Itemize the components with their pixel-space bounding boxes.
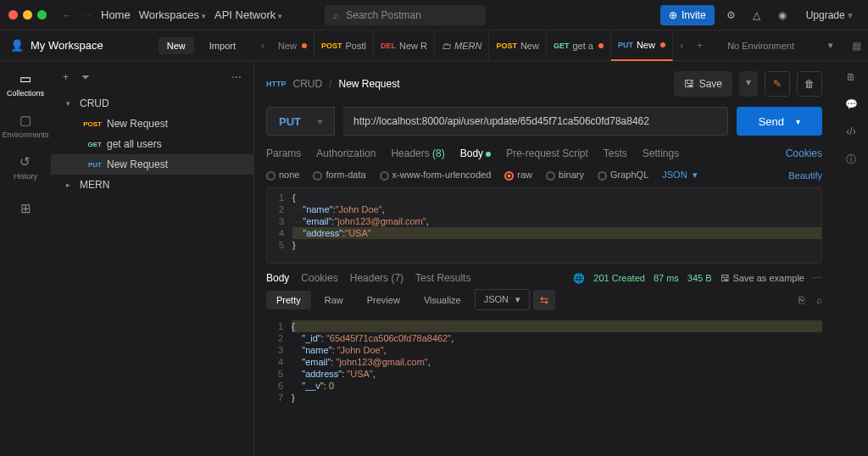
tab-post2[interactable]: POSTNew <box>489 31 547 61</box>
forward-icon[interactable]: → <box>82 9 92 21</box>
more-icon[interactable]: ⋯ <box>231 71 242 83</box>
search-resp-icon[interactable]: ⌕ <box>816 294 822 306</box>
rail-history[interactable]: ↺History <box>14 154 37 181</box>
resp-tab-headers[interactable]: Headers (7) <box>350 272 403 284</box>
env-quicklook-icon[interactable]: ▦ <box>845 40 868 52</box>
tab-headers[interactable]: Headers (8) <box>391 147 444 159</box>
resp-tab-cookies[interactable]: Cookies <box>301 272 337 284</box>
save-icon: 🖫 <box>721 273 730 283</box>
api-network-menu[interactable]: API Network▾ <box>214 8 282 21</box>
grid-icon: ⊞ <box>20 201 31 216</box>
resp-tab-body[interactable]: Body <box>266 272 289 284</box>
tab-get[interactable]: GETget a <box>547 31 611 61</box>
tab-scroll-left[interactable]: ‹ <box>254 40 271 52</box>
save-example[interactable]: 🖫Save as example <box>721 273 804 283</box>
tab-settings[interactable]: Settings <box>643 147 679 159</box>
resp-status: 201 Created <box>593 273 645 283</box>
notifications-icon[interactable]: △ <box>748 9 765 21</box>
upgrade-button[interactable]: Upgrade ▾ <box>799 5 860 25</box>
send-button[interactable]: Send▾ <box>737 107 822 136</box>
home-link[interactable]: Home <box>101 8 131 21</box>
cookies-link[interactable]: Cookies <box>786 147 822 159</box>
rail-collections[interactable]: ▭Collections <box>7 71 44 97</box>
wrap-toggle[interactable]: ⇆ <box>533 290 555 310</box>
response-body[interactable]: 1{ 2 "_id": "65d45f71ca506c0fd78a8462", … <box>266 317 822 407</box>
req-put-new[interactable]: PUTNew Request <box>51 154 253 175</box>
new-button[interactable]: New <box>159 37 194 54</box>
import-button[interactable]: Import <box>201 37 244 54</box>
body-type-radios: none form-data x-www-form-urlencoded raw… <box>254 163 834 187</box>
request-name[interactable]: New Request <box>339 78 400 90</box>
opt-formdata[interactable]: form-data <box>313 170 365 181</box>
tab-tests[interactable]: Tests <box>604 147 627 159</box>
beautify-link[interactable]: Beautify <box>788 170 822 181</box>
opt-binary[interactable]: binary <box>546 170 584 181</box>
person-icon: 👤 <box>10 39 24 52</box>
workspaces-menu[interactable]: Workspaces▾ <box>139 8 206 21</box>
opt-graphql[interactable]: GraphQL <box>598 170 648 181</box>
opt-raw[interactable]: raw <box>504 170 532 181</box>
view-visualize[interactable]: Visualize <box>414 291 471 309</box>
history-icon: ↺ <box>19 154 31 170</box>
opt-urlencoded[interactable]: x-www-form-urlencoded <box>380 170 492 181</box>
tab-post[interactable]: POSTPostl <box>314 31 374 61</box>
resp-time: 87 ms <box>654 273 679 283</box>
view-raw[interactable]: Raw <box>314 291 353 309</box>
view-pretty[interactable]: Pretty <box>266 291 311 309</box>
req-get-users[interactable]: GETget all users <box>51 134 253 154</box>
comments-icon[interactable]: 💬 <box>845 98 858 110</box>
new-tab[interactable]: + <box>690 40 709 52</box>
resp-tab-tests[interactable]: Test Results <box>415 272 470 284</box>
tab-body[interactable]: Body <box>460 147 491 159</box>
add-icon[interactable]: + <box>63 71 69 83</box>
copy-icon[interactable]: ⎘ <box>798 294 804 306</box>
code-icon[interactable]: ‹/› <box>846 125 855 137</box>
tab-new[interactable]: New <box>271 31 314 61</box>
tab-auth[interactable]: Authorization <box>316 147 376 159</box>
tab-put-active[interactable]: PUTNew <box>611 31 673 61</box>
method-select[interactable]: PUT▾ <box>266 107 335 136</box>
save-dropdown[interactable]: ▾ <box>739 71 758 97</box>
person-add-icon: ⊕ <box>669 9 677 21</box>
breadcrumb: HTTP CRUD / New Request 🖫Save ▾ ✎ 🗑 <box>254 61 834 107</box>
docs-icon[interactable]: 🗎 <box>846 71 856 83</box>
raw-type-select[interactable]: JSON ▾ <box>662 170 697 181</box>
tab-mern[interactable]: 🗀MERN <box>435 31 489 61</box>
more-icon[interactable]: ⋯ <box>813 273 822 284</box>
url-input[interactable]: http://localhost:8000/api/user/update/65… <box>343 107 728 136</box>
filter-icon[interactable]: ⏷ <box>81 71 91 83</box>
tab-del[interactable]: DELNew R <box>374 31 435 61</box>
back-icon[interactable]: ← <box>62 9 72 21</box>
edit-icon[interactable]: ✎ <box>765 71 790 97</box>
sidebar: + ⏷ ⋯ ▾CRUD POSTNew Request GETget all u… <box>51 61 254 456</box>
delete-icon[interactable]: 🗑 <box>797 71 822 97</box>
tab-params[interactable]: Params <box>266 147 301 159</box>
chevron-down-icon: ▾ <box>66 99 75 108</box>
req-post-new[interactable]: POSTNew Request <box>51 114 253 134</box>
right-rail: 🗎 💬 ‹/› ⓘ <box>834 61 868 456</box>
tab-scroll-right[interactable]: › <box>673 40 690 52</box>
bot-icon[interactable]: ◉ <box>774 9 791 21</box>
tab-menu[interactable]: ▾ <box>709 40 715 52</box>
rail-more[interactable]: ⊞ <box>20 201 31 216</box>
save-icon: 🖫 <box>684 78 694 90</box>
global-search[interactable]: ⌕ Search Postman <box>325 5 486 25</box>
rail-environments[interactable]: ▢Environments <box>2 113 48 139</box>
tab-prescript[interactable]: Pre-request Script <box>506 147 588 159</box>
left-rail: ▭Collections ▢Environments ↺History ⊞ <box>0 61 51 456</box>
settings-icon[interactable]: ⚙ <box>723 9 740 21</box>
globe-icon[interactable]: 🌐 <box>573 273 585 284</box>
info-icon[interactable]: ⓘ <box>846 153 856 167</box>
resp-type-select[interactable]: JSON▾ <box>475 289 530 310</box>
request-body-editor[interactable]: 1{ 2····"name":"John Doe", 3····"email":… <box>266 187 822 264</box>
window-traffic-lights[interactable] <box>8 10 47 19</box>
invite-button[interactable]: ⊕ Invite <box>660 5 715 25</box>
folder-mern[interactable]: ▸MERN <box>51 175 253 195</box>
environment-selector[interactable]: No Environment▾ <box>715 40 845 51</box>
view-preview[interactable]: Preview <box>357 291 410 309</box>
workspace-title[interactable]: 👤 My Workspace New Import <box>0 37 254 54</box>
save-button[interactable]: 🖫Save <box>674 71 732 97</box>
opt-none[interactable]: none <box>266 170 299 181</box>
folder-crud[interactable]: ▾CRUD <box>51 93 253 114</box>
chevron-right-icon: ▸ <box>66 181 75 189</box>
